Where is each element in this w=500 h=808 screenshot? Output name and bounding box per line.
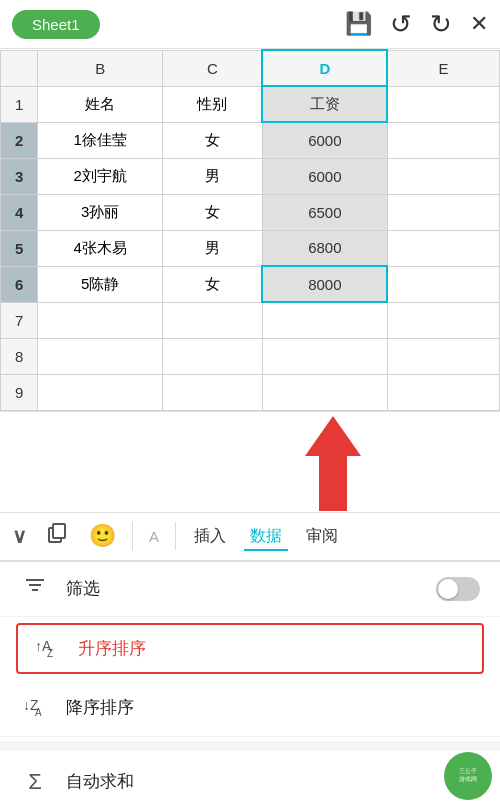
row-num-7: 7: [1, 302, 38, 338]
cell-b3[interactable]: 2刘宇航: [38, 158, 163, 194]
text-format-icon[interactable]: A: [145, 524, 163, 549]
cell-c5[interactable]: 男: [163, 230, 263, 266]
cell-d1[interactable]: 工资: [262, 86, 387, 122]
table-row: 8: [1, 338, 500, 374]
svg-text:Z: Z: [47, 648, 53, 657]
redo-icon[interactable]: ↻: [430, 9, 452, 40]
filter-label: 筛选: [66, 577, 100, 600]
table-row: 1 姓名 性别 工资: [1, 86, 500, 122]
menu-panel: 筛选 ↑A Z 升序排序 ↓Z A 降序排序 Σ 自动求和 ⊕ 全部重算: [0, 562, 500, 809]
sum-icon: Σ: [20, 769, 50, 795]
cell-d7[interactable]: [262, 302, 387, 338]
cell-e6[interactable]: [387, 266, 499, 302]
table-row: 5 4张木易 男 6800: [1, 230, 500, 266]
cell-b6[interactable]: 5陈静: [38, 266, 163, 302]
cell-c3[interactable]: 男: [163, 158, 263, 194]
col-header-c[interactable]: C: [163, 50, 263, 86]
cell-e8[interactable]: [387, 338, 499, 374]
sort-desc-icon: ↓Z A: [20, 694, 50, 722]
row-num-1: 1: [1, 86, 38, 122]
row-num-6: 6: [1, 266, 38, 302]
watermark: 三公子游戏网: [444, 752, 492, 800]
table-row: 2 1徐佳莹 女 6000: [1, 122, 500, 158]
table-row: 3 2刘宇航 男 6000: [1, 158, 500, 194]
sort-asc-item[interactable]: ↑A Z 升序排序: [16, 623, 484, 674]
cell-b8[interactable]: [38, 338, 163, 374]
cell-b4[interactable]: 3孙丽: [38, 194, 163, 230]
cell-b2[interactable]: 1徐佳莹: [38, 122, 163, 158]
review-tab[interactable]: 审阅: [300, 522, 344, 551]
arrow-area: [0, 412, 500, 512]
cell-e7[interactable]: [387, 302, 499, 338]
emoji-icon[interactable]: 🙂: [85, 519, 120, 553]
toolbar-divider-2: [175, 522, 176, 550]
filter-icon: [20, 576, 50, 602]
row-num-3: 3: [1, 158, 38, 194]
col-header-b[interactable]: B: [38, 50, 163, 86]
down-icon[interactable]: ∨: [8, 520, 31, 552]
cell-e9[interactable]: [387, 374, 499, 410]
toolbar-divider: [132, 522, 133, 550]
cell-d2[interactable]: 6000: [262, 122, 387, 158]
cell-b9[interactable]: [38, 374, 163, 410]
toolbar: ∨ 🙂 A 插入 数据 审阅: [0, 512, 500, 562]
cell-c2[interactable]: 女: [163, 122, 263, 158]
col-header-e[interactable]: E: [387, 50, 499, 86]
arrow-shaft: [319, 456, 347, 511]
cell-e3[interactable]: [387, 158, 499, 194]
svg-rect-1: [53, 524, 65, 538]
svg-text:A: A: [35, 707, 42, 716]
watermark-text: 三公子游戏网: [459, 768, 477, 784]
row-num-5: 5: [1, 230, 38, 266]
cell-e5[interactable]: [387, 230, 499, 266]
row-num-2: 2: [1, 122, 38, 158]
table-row: 7: [1, 302, 500, 338]
row-num-4: 4: [1, 194, 38, 230]
arrow-head: [305, 416, 361, 456]
cell-d4[interactable]: 6500: [262, 194, 387, 230]
sheet-tab[interactable]: Sheet1: [12, 10, 100, 39]
sort-asc-label: 升序排序: [78, 637, 146, 660]
cell-b7[interactable]: [38, 302, 163, 338]
cell-d6[interactable]: 8000: [262, 266, 387, 302]
undo-icon[interactable]: ↺: [390, 9, 412, 40]
sort-desc-label: 降序排序: [66, 696, 134, 719]
cell-d5[interactable]: 6800: [262, 230, 387, 266]
table-row: 6 5陈静 女 8000: [1, 266, 500, 302]
cell-c1[interactable]: 性别: [163, 86, 263, 122]
cell-d9[interactable]: [262, 374, 387, 410]
data-tab[interactable]: 数据: [244, 522, 288, 551]
row-num-8: 8: [1, 338, 38, 374]
filter-item[interactable]: 筛选: [0, 562, 500, 617]
sort-asc-icon: ↑A Z: [32, 635, 62, 662]
cell-e2[interactable]: [387, 122, 499, 158]
spreadsheet: B C D E 1 姓名 性别 工资 2 1徐佳莹 女 6000 3: [0, 48, 500, 412]
cell-d3[interactable]: 6000: [262, 158, 387, 194]
cell-c4[interactable]: 女: [163, 194, 263, 230]
save-icon[interactable]: 💾: [345, 11, 372, 37]
filter-toggle[interactable]: [436, 577, 480, 601]
cell-c7[interactable]: [163, 302, 263, 338]
cell-c6[interactable]: 女: [163, 266, 263, 302]
cell-b5[interactable]: 4张木易: [38, 230, 163, 266]
copy-icon[interactable]: [43, 518, 73, 554]
auto-sum-label: 自动求和: [66, 770, 134, 793]
cell-b1[interactable]: 姓名: [38, 86, 163, 122]
close-icon[interactable]: ✕: [470, 11, 488, 37]
cell-c8[interactable]: [163, 338, 263, 374]
auto-sum-item[interactable]: Σ 自动求和: [0, 755, 500, 809]
top-bar: Sheet1 💾 ↺ ↻ ✕: [0, 0, 500, 48]
menu-divider-1: [0, 741, 500, 751]
cell-d8[interactable]: [262, 338, 387, 374]
cell-c9[interactable]: [163, 374, 263, 410]
top-actions: 💾 ↺ ↻ ✕: [345, 9, 488, 40]
row-num-9: 9: [1, 374, 38, 410]
insert-tab[interactable]: 插入: [188, 522, 232, 551]
cell-e1[interactable]: [387, 86, 499, 122]
table-row: 4 3孙丽 女 6500: [1, 194, 500, 230]
sort-desc-item[interactable]: ↓Z A 降序排序: [0, 680, 500, 737]
cell-e4[interactable]: [387, 194, 499, 230]
table-row: 9: [1, 374, 500, 410]
col-header-d[interactable]: D: [262, 50, 387, 86]
red-arrow: [305, 417, 361, 511]
